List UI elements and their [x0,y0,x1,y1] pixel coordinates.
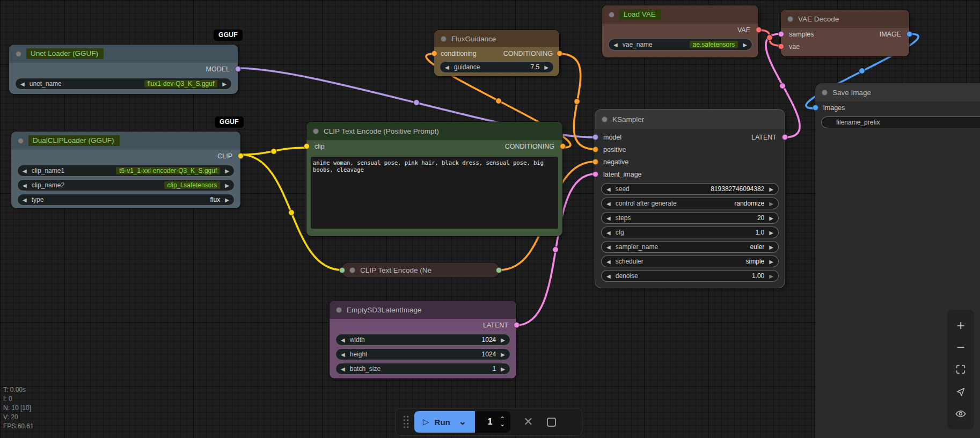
decrement-arrow-icon[interactable]: ◀ [613,42,618,48]
decrement-arrow-icon[interactable]: ◀ [445,64,449,70]
node-header[interactable]: Save Image [815,83,980,101]
run-options-chevron-icon[interactable]: ⌄ [459,419,466,425]
decrement-arrow-icon[interactable]: ◀ [23,197,27,203]
node-clip-text-encode-negative-collapsed[interactable]: CLIP Text Encode (Ne [342,262,499,278]
decrement-arrow-icon[interactable]: ◀ [341,366,345,372]
stop-icon[interactable] [547,418,556,427]
node-header[interactable]: VAE Decode [781,10,909,28]
output-dot-conditioning[interactable] [557,50,562,56]
input-dot-clip[interactable] [304,143,310,149]
output-dot-latent[interactable] [514,322,520,328]
node-header[interactable]: EmptySD3LatentImage [330,301,516,319]
output-dot-conditioning[interactable] [560,143,566,149]
batch-count-value[interactable]: 1 [480,417,500,427]
widget-scheduler[interactable]: ◀ scheduler simple ▶ [601,256,779,267]
input-dot-latent-image[interactable] [593,171,598,177]
node-graph-canvas[interactable]: GGUF GGUF Unet Loader (GGUF) MODEL ◀ une… [0,0,980,438]
zoom-out-button[interactable]: − [954,340,968,354]
prompt-textarea[interactable]: anime woman, sensual pose, pink hair, bl… [311,157,558,229]
decrement-arrow-icon[interactable]: ◀ [606,230,611,236]
output-dot-model[interactable] [235,66,241,72]
widget-height[interactable]: ◀ height 1024 ▶ [335,348,510,360]
decrement-arrow-icon[interactable]: ◀ [606,186,611,192]
decrement-arrow-icon[interactable]: ◀ [20,81,25,87]
node-flux-guidance[interactable]: FluxGuidance conditioning CONDITIONING ◀… [434,30,559,76]
widget-seed[interactable]: ◀ seed 819382746094382 ▶ [601,183,779,195]
node-empty-sd3-latent-image[interactable]: EmptySD3LatentImage LATENT ◀ width 1024 … [330,301,516,378]
toggle-visibility-button[interactable] [954,407,968,421]
input-dot-positive[interactable] [593,147,598,152]
collapsed-input-dot[interactable] [339,267,345,273]
widget-cfg[interactable]: ◀ cfg 1.0 ▶ [601,227,779,238]
collapse-dot[interactable] [602,116,608,122]
increment-arrow-icon[interactable]: ▶ [769,201,773,207]
widget-width[interactable]: ◀ width 1024 ▶ [335,334,510,346]
node-header[interactable]: KSampler [595,110,785,129]
increment-arrow-icon[interactable]: ▶ [501,366,505,372]
decrement-arrow-icon[interactable]: ◀ [606,201,611,207]
collapse-dot[interactable] [18,138,24,144]
increment-arrow-icon[interactable]: ▶ [544,64,548,70]
increment-arrow-icon[interactable]: ▶ [769,186,773,192]
input-dot-samples[interactable] [778,31,784,37]
node-header[interactable]: CLIP Text Encode (Positive Prompt) [306,122,562,140]
zoom-in-button[interactable]: + [954,318,968,332]
input-dot-negative[interactable] [593,159,598,165]
collapse-dot[interactable] [609,12,615,18]
batch-count-stepper[interactable]: ⌃ ⌄ [500,417,505,427]
decrement-arrow-icon[interactable]: ◀ [606,215,611,221]
node-vae-decode[interactable]: VAE Decode samples IMAGE vae [781,10,909,56]
collapse-dot[interactable] [16,51,21,57]
widget-batch-size[interactable]: ◀ batch_size 1 ▶ [335,363,510,375]
node-dual-clip-loader[interactable]: DualCLIPLoader (GGUF) CLIP ◀ clip_name1 … [11,132,240,208]
widget-denoise[interactable]: ◀ denoise 1.00 ▶ [601,270,779,282]
node-header[interactable]: DualCLIPLoader (GGUF) [11,132,240,150]
widget-guidance[interactable]: ◀ guidance 7.5 ▶ [440,61,554,73]
decrement-arrow-icon[interactable]: ◀ [341,337,345,343]
decrement-arrow-icon[interactable]: ◀ [606,273,611,279]
collapsed-output-dot[interactable] [496,267,502,273]
input-dot-images[interactable] [813,105,818,111]
increment-arrow-icon[interactable]: ▶ [769,244,773,250]
increment-arrow-icon[interactable]: ▶ [769,215,773,221]
increment-arrow-icon[interactable]: ▶ [501,337,505,343]
run-button[interactable]: ▷ Run ⌄ [414,411,475,433]
decrement-arrow-icon[interactable]: ◀ [606,259,611,265]
widget-unet-name[interactable]: ◀ unet_name flux1-dev-Q3_K_S.gguf ▶ [15,78,232,90]
fit-view-button[interactable] [954,362,968,376]
node-header[interactable]: Unet Loader (GGUF) [9,45,238,63]
collapse-dot[interactable] [822,90,828,96]
node-load-vae[interactable]: Load VAE VAE ◀ vae_name ae.safetensors ▶ [602,5,758,57]
widget-clip-name1[interactable]: ◀ clip_name1 t5-v1_1-xxl-encoder-Q3_K_S.… [17,165,235,177]
increment-arrow-icon[interactable]: ▶ [769,259,773,265]
batch-count-field[interactable]: 1 ⌃ ⌄ [475,411,510,433]
increment-arrow-icon[interactable]: ▶ [225,168,229,174]
node-clip-text-encode-positive[interactable]: CLIP Text Encode (Positive Prompt) clip … [306,122,562,236]
collapse-dot[interactable] [313,128,319,134]
widget-clip-name2[interactable]: ◀ clip_name2 clip_l.safetensors ▶ [17,179,235,191]
increment-arrow-icon[interactable]: ▶ [225,182,229,188]
output-dot-vae[interactable] [756,27,762,33]
node-header[interactable]: FluxGuidance [434,30,559,47]
drag-handle-icon[interactable] [403,415,409,429]
stepper-down-icon[interactable]: ⌄ [500,422,505,427]
increment-arrow-icon[interactable]: ▶ [501,352,505,357]
decrement-arrow-icon[interactable]: ◀ [23,182,27,188]
widget-sampler-name[interactable]: ◀ sampler_name euler ▶ [601,241,779,253]
widget-type[interactable]: ◀ type flux ▶ [17,194,235,206]
output-dot-latent[interactable] [782,134,788,140]
output-dot-image[interactable] [906,31,912,37]
collapse-dot[interactable] [787,16,793,22]
output-dot-clip[interactable] [238,153,244,159]
collapse-dot[interactable] [336,307,342,313]
input-dot-conditioning[interactable] [432,50,437,56]
collapse-dot[interactable] [349,267,355,273]
increment-arrow-icon[interactable]: ▶ [743,42,747,48]
select-mode-button[interactable] [954,385,968,399]
widget-steps[interactable]: ◀ steps 20 ▶ [601,212,779,224]
increment-arrow-icon[interactable]: ▶ [769,273,773,279]
increment-arrow-icon[interactable]: ▶ [225,197,229,203]
collapse-dot[interactable] [441,36,447,42]
node-ksampler[interactable]: KSampler model LATENT positive negative … [595,110,785,288]
widget-filename-prefix[interactable]: filename_prefix [821,116,980,128]
